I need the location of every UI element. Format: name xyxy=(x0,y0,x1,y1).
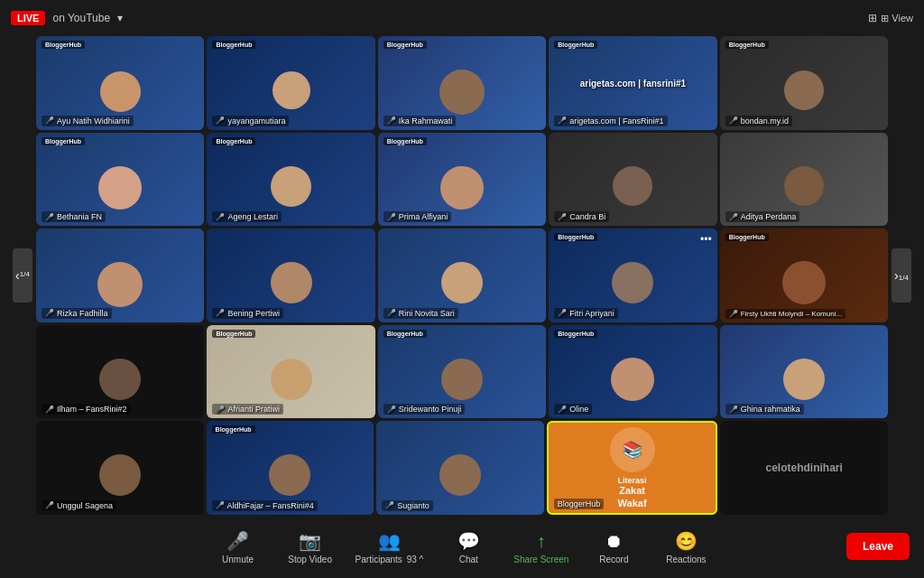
participant-name: 🎤 Oline xyxy=(554,404,592,415)
mic-icon: 🎤 xyxy=(558,406,567,414)
reactions-button[interactable]: 😊 Reactions xyxy=(650,525,722,570)
bloggerhub-badge: BloggerHub xyxy=(554,330,597,338)
video-cell-ayu: BloggerHub 🎤 Ayu Natih Widhiarini xyxy=(36,36,204,130)
participant-name: 🎤 Ayu Natih Widhiarini xyxy=(42,116,134,126)
mic-icon: 🎤 xyxy=(45,213,54,221)
nav-arrow-right[interactable]: › 1/4 xyxy=(892,248,911,303)
participant-name: 🎤 Sridewanto Pinuji xyxy=(383,404,466,415)
share-screen-label: Share Screen xyxy=(513,555,568,564)
record-label: Record xyxy=(599,555,628,564)
bloggerhub-badge: BloggerHub xyxy=(212,330,255,338)
stop-video-label: Stop Video xyxy=(288,555,332,564)
bloggerhub-badge: BloggerHub xyxy=(554,41,597,49)
participants-count: 93 xyxy=(407,555,417,564)
chat-label: Chat xyxy=(459,555,478,564)
participants-icon: 👥 xyxy=(378,530,401,552)
mic-icon: 🎤 xyxy=(45,117,54,125)
mic-icon: 🎤 xyxy=(387,406,396,414)
view-button[interactable]: ⊞ ⊞ View xyxy=(868,12,913,24)
mic-icon: 🎤 xyxy=(729,117,738,125)
record-button[interactable]: ⏺ Record xyxy=(578,526,650,570)
bloggerhub-badge: BloggerHub xyxy=(212,41,255,49)
page-indicator-right: 1/4 xyxy=(899,274,909,282)
video-cell-ika: BloggerHub 🎤 Ika Rahmawati xyxy=(378,36,546,130)
grid-row-1: BloggerHub 🎤 Ayu Natih Widhiarini Blogge… xyxy=(36,36,888,130)
bloggerhub-badge: BloggerHub xyxy=(725,41,769,49)
options-icon[interactable]: ••• xyxy=(700,233,712,246)
participant-name: 🎤 AldhiFajar – FansRini#4 xyxy=(212,500,318,511)
bloggerhub-badge: BloggerHub xyxy=(383,137,427,145)
record-icon: ⏺ xyxy=(605,531,623,552)
participant-name: 🎤 Firsty Ukhti Molyndi – Komuni... xyxy=(725,309,845,319)
video-cell-sugianto: 🎤 Sugianto xyxy=(376,421,544,515)
participant-name: 🎤 Ilham – FansRini#2 xyxy=(42,404,131,415)
participant-name: 🎤 yayangamutiara xyxy=(212,116,289,126)
video-cell-bening: 🎤 Bening Pertiwi xyxy=(207,228,374,322)
mic-icon: 🎤 xyxy=(387,309,396,317)
video-cell-unggul: 🎤 Unggul Sagena xyxy=(36,421,204,515)
bloggerhub-badge: BloggerHub xyxy=(554,233,597,241)
top-bar: LIVE on YouTube ▾ ⊞ ⊞ View xyxy=(0,0,924,36)
participant-name: 🎤 arigetas.com | FansRini#1 xyxy=(554,116,667,126)
leave-button[interactable]: Leave xyxy=(846,533,910,560)
grid-icon: ⊞ xyxy=(868,12,877,24)
video-cell-rizka: 🎤 Rizka Fadhilla xyxy=(36,228,204,322)
video-cell-arigetas: BloggerHub arigetas.com | fansrini#1 🎤 a… xyxy=(549,36,716,130)
grid-row-5: 🎤 Unggul Sagena BloggerHub 🎤 AldhiFajar … xyxy=(36,421,888,515)
participant-name: 🎤 Aditya Perdana xyxy=(725,211,800,222)
participant-name: 🎤 Bethania FN xyxy=(42,211,106,222)
page-indicator-left: 1/4 xyxy=(20,269,30,277)
mic-icon: 🎤 xyxy=(216,501,225,509)
participant-name: 🎤 Rizka Fadhilla xyxy=(42,308,112,319)
mic-icon: 🎤 xyxy=(729,310,738,318)
share-screen-icon: ↑ xyxy=(537,531,546,552)
video-cell-sridewanto: BloggerHub 🎤 Sridewanto Pinuji xyxy=(378,325,546,419)
unmute-button[interactable]: 🎤 Unmute xyxy=(202,525,274,570)
participant-name: 🎤 Fitri Apriyani xyxy=(554,308,618,319)
participant-name: 🎤 Ageng Lestari xyxy=(212,211,282,222)
video-cell-aldhi: BloggerHub 🎤 AldhiFajar – FansRini#4 xyxy=(207,421,374,515)
video-cell-oline: BloggerHub 🎤 Oline xyxy=(549,325,716,419)
live-badge: LIVE on YouTube ▾ xyxy=(11,11,123,25)
participants-chevron-icon: ^ xyxy=(420,555,424,564)
bloggerhub-badge: BloggerHub xyxy=(212,137,255,145)
mic-icon: 🎤 xyxy=(216,213,225,221)
mic-icon: 🎤 xyxy=(558,213,567,221)
mic-icon: 🎤 xyxy=(385,501,394,509)
participant-name: 🎤 bondan.my.id xyxy=(725,116,792,126)
mic-icon: 🎤 xyxy=(216,117,225,125)
video-cell-celoteh: celotehdinihari xyxy=(720,421,888,515)
video-cell-bloggerhub-logo: 📚 Literasi Zakat Wakaf BloggerHub xyxy=(547,421,718,515)
video-area: ‹ 1/4 BloggerHub 🎤 Ayu Natih Widhiarini … xyxy=(13,36,911,515)
nav-arrow-left[interactable]: ‹ 1/4 xyxy=(13,248,32,303)
participants-label: Participants 93 ^ xyxy=(356,555,424,564)
overlay-text: arigetas.com | fansrini#1 xyxy=(576,78,690,88)
video-cell-bondan: BloggerHub 🎤 bondan.my.id xyxy=(720,36,888,130)
video-grid: BloggerHub 🎤 Ayu Natih Widhiarini Blogge… xyxy=(36,36,888,515)
grid-row-2: BloggerHub 🎤 Bethania FN BloggerHub 🎤 Ag… xyxy=(36,133,888,227)
video-cell-firsty: BloggerHub 🎤 Firsty Ukhti Molyndi – Komu… xyxy=(720,228,888,322)
unmute-label: Unmute xyxy=(222,555,254,564)
mic-icon: 🎤 xyxy=(216,309,225,317)
video-cell-yayang: BloggerHub 🎤 yayangamutiara xyxy=(207,36,374,130)
chat-button[interactable]: 💬 Chat xyxy=(432,525,504,570)
participant-name: BloggerHub xyxy=(554,499,605,509)
bloggerhub-badge: BloggerHub xyxy=(725,233,769,241)
share-screen-button[interactable]: ↑ Share Screen xyxy=(504,526,578,570)
camera-icon: 📷 xyxy=(299,530,321,552)
grid-row-3: 🎤 Rizka Fadhilla 🎤 Bening Pertiwi xyxy=(36,228,888,322)
celoteh-label: celotehdinihari xyxy=(765,461,842,474)
video-cell-afrianti: BloggerHub 🎤 Afrianti Pratiwi xyxy=(207,325,374,419)
stop-video-button[interactable]: 📷 Stop Video xyxy=(274,525,346,570)
video-cell-fitri: BloggerHub ••• 🎤 Fitri Apriyani xyxy=(549,228,716,322)
video-cell-ilham: 🎤 Ilham – FansRini#2 xyxy=(36,325,204,419)
bloggerhub-badge: BloggerHub xyxy=(383,41,427,49)
participants-button[interactable]: 👥 Participants 93 ^ xyxy=(346,525,433,570)
mic-icon: 🎤 xyxy=(729,213,738,221)
video-cell-bethania: BloggerHub 🎤 Bethania FN xyxy=(36,133,204,227)
view-label: ⊞ View xyxy=(881,13,913,24)
video-cell-prima: BloggerHub 🎤 Prima Alfiyani xyxy=(378,133,546,227)
chat-icon: 💬 xyxy=(457,530,480,552)
bottom-toolbar: 🎤 Unmute 📷 Stop Video 👥 Participants 93 … xyxy=(0,517,924,578)
dropdown-arrow-icon[interactable]: ▾ xyxy=(117,12,123,24)
